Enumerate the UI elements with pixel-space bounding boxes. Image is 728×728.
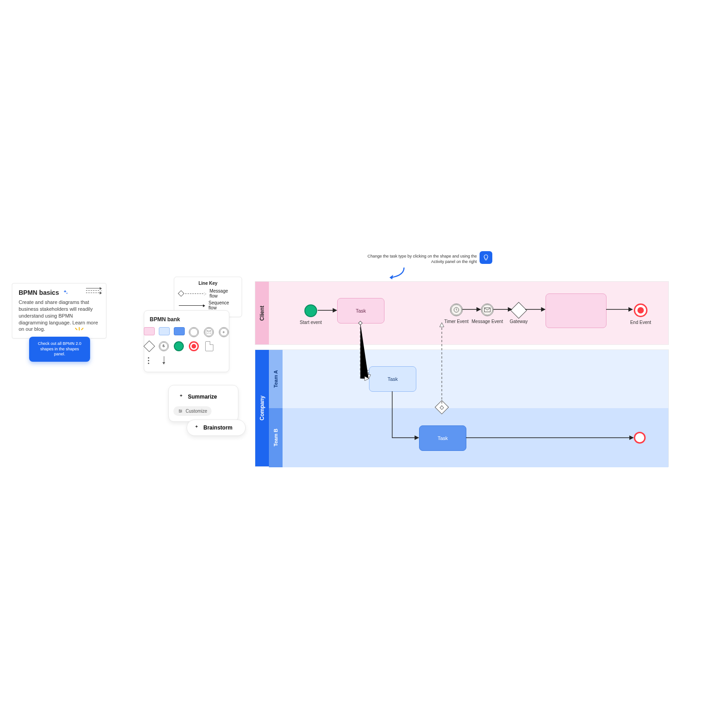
diamond-icon xyxy=(178,290,184,297)
decorative-sparkle-icon xyxy=(74,327,86,337)
start-event[interactable] xyxy=(304,304,317,317)
client-pool-header: Client xyxy=(255,282,269,344)
bank-gateway-icon[interactable] xyxy=(144,341,155,351)
timer-event[interactable] xyxy=(450,303,463,316)
svg-point-3 xyxy=(180,412,181,413)
shapes-panel-cta[interactable]: Check out all BPMN 2.0 shapes in the sha… xyxy=(29,337,90,362)
line-key-message-flow: Message flow xyxy=(179,288,237,298)
end-event[interactable] xyxy=(634,303,647,317)
line-key-sequence-flow: Sequence flow xyxy=(179,300,237,310)
lane-team-a-header: Team A xyxy=(269,350,283,408)
client-task-1[interactable]: Task xyxy=(337,298,384,324)
customize-chip[interactable]: Customize xyxy=(173,406,212,416)
lane-team-a[interactable]: Team A Task xyxy=(269,350,668,408)
bpmn-basics-card: BPMN basics Create and share diagrams th… xyxy=(12,283,106,339)
team-b-task[interactable]: Task xyxy=(419,425,466,451)
swatch-blue[interactable] xyxy=(174,327,185,335)
bank-message-event-icon[interactable] xyxy=(204,327,214,337)
bank-arrow-down-icon[interactable] xyxy=(159,355,169,365)
sliders-icon xyxy=(178,409,183,414)
svg-point-2 xyxy=(181,411,182,412)
summarize-button[interactable]: Summarize xyxy=(173,390,233,404)
summarize-label: Summarize xyxy=(188,394,217,400)
lane-team-b[interactable]: Team B Task xyxy=(269,408,668,467)
task-label: Task xyxy=(438,435,448,441)
brainstorm-label: Brainstorm xyxy=(203,425,233,431)
bank-link-event-icon[interactable] xyxy=(219,327,229,337)
bpmn-bank-card: BPMN bank xyxy=(144,310,229,372)
start-event-label: Start event xyxy=(295,320,327,325)
brainstorm-button-wrap: Brainstorm xyxy=(187,420,246,436)
dashed-open-arrow-icon xyxy=(86,290,101,291)
tip-text: Change the task type by clicking on the … xyxy=(359,254,477,264)
message-event-label: Message Event xyxy=(471,319,503,324)
gateway[interactable] xyxy=(511,302,527,319)
sparkle-icon xyxy=(178,394,184,400)
solid-arrow-icon xyxy=(86,288,101,288)
brainstorm-button[interactable]: Brainstorm xyxy=(187,420,245,435)
message-event[interactable] xyxy=(481,303,494,316)
svg-point-1 xyxy=(179,410,180,410)
ai-actions-group: Summarize Customize xyxy=(168,385,238,422)
client-task-2[interactable] xyxy=(546,293,607,328)
bank-signal-event-icon[interactable] xyxy=(159,341,169,351)
task-label: Task xyxy=(388,376,398,382)
info-description: Create and share diagrams that business … xyxy=(19,299,100,333)
gateway-label: Gateway xyxy=(503,319,535,324)
bank-intermediate-event-icon[interactable] xyxy=(189,327,199,337)
sequence-flow-label: Sequence flow xyxy=(208,300,237,310)
timer-event-label: Timer Event xyxy=(440,319,472,324)
swatch-lightblue[interactable] xyxy=(159,327,170,335)
info-flow-legend xyxy=(86,288,101,293)
line-key-title: Line Key xyxy=(179,281,237,286)
sparkle-icon xyxy=(62,289,68,296)
swatch-pink[interactable] xyxy=(144,327,155,335)
bank-more-icon[interactable] xyxy=(144,355,154,365)
customize-label: Customize xyxy=(186,409,207,414)
bpmn-bank-title: BPMN bank xyxy=(150,316,223,323)
company-pool[interactable]: Company Team A Task Team B Task xyxy=(255,349,669,467)
end-event-team-b[interactable] xyxy=(634,432,646,444)
client-pool[interactable]: Client Start event Task Timer Event Mess… xyxy=(255,281,669,345)
company-pool-header: Company xyxy=(255,350,269,466)
sparkle-icon xyxy=(193,425,200,431)
info-title-text: BPMN basics xyxy=(19,289,59,296)
dashed-arrow-icon xyxy=(86,293,101,293)
task-label: Task xyxy=(356,308,366,313)
lane-team-b-header: Team B xyxy=(269,408,283,467)
bank-document-icon[interactable] xyxy=(204,341,215,351)
bank-end-event-icon[interactable] xyxy=(189,341,199,351)
tip-lightbulb-icon xyxy=(480,251,492,264)
team-a-task[interactable]: Task xyxy=(369,366,416,392)
message-flow-label: Message flow xyxy=(209,288,237,298)
bank-start-event-icon[interactable] xyxy=(174,341,184,351)
end-event-label: End Event xyxy=(625,320,657,325)
